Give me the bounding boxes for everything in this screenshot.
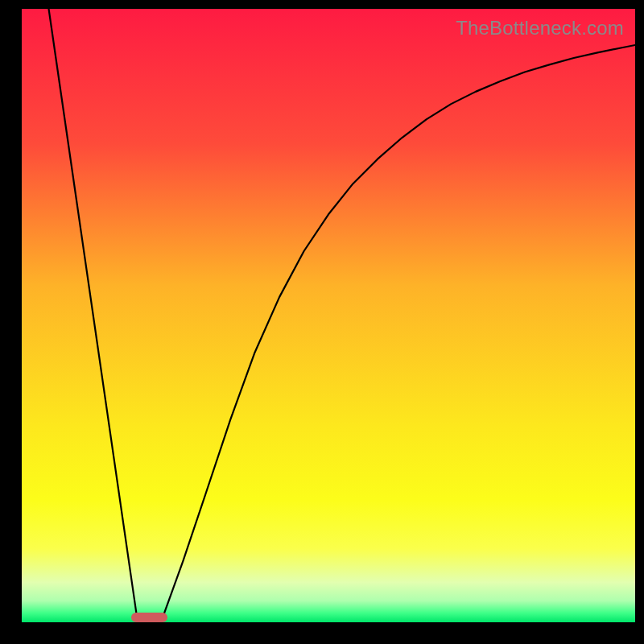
chart-frame: TheBottleneck.com: [0, 0, 644, 644]
plot-area: TheBottleneck.com: [22, 9, 635, 622]
watermark-text: TheBottleneck.com: [456, 17, 624, 39]
highlight-marker: [131, 613, 167, 622]
bottleneck-curve: [22, 9, 635, 622]
